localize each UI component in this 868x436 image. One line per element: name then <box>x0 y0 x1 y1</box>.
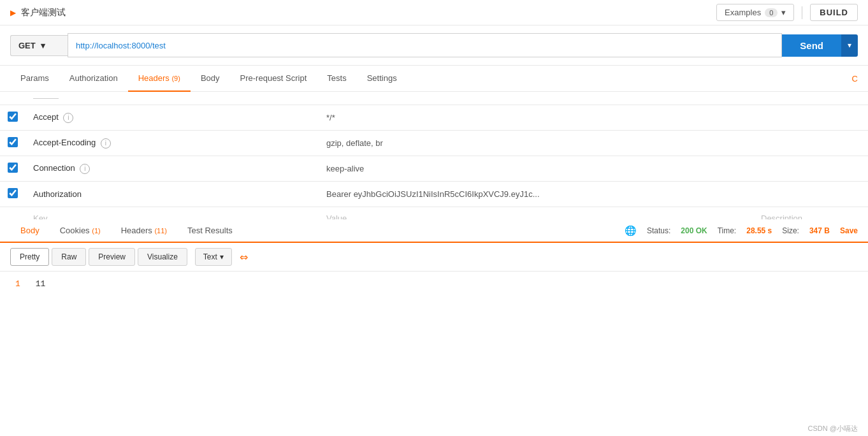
format-text-dropdown[interactable]: Text ▾ <box>195 248 232 266</box>
table-row-empty: Key Value Description <box>0 207 868 220</box>
header-desc-accept <box>753 105 868 131</box>
header-desc-authorization <box>753 182 868 207</box>
method-chevron-icon: ▾ <box>41 41 45 50</box>
format-preview-button[interactable]: Preview <box>89 248 135 266</box>
table-row: Accept-Encoding i gzip, deflate, br <box>0 131 868 156</box>
method-select[interactable]: GET ▾ <box>10 35 68 56</box>
send-dropdown-button[interactable]: ▾ <box>841 34 858 57</box>
header-key-placeholder[interactable]: Key <box>25 207 319 220</box>
text-chevron-icon: ▾ <box>220 252 224 261</box>
line-values: 11 <box>36 279 46 289</box>
info-icon[interactable]: i <box>101 138 111 149</box>
table-row-divider <box>0 92 868 105</box>
header-checkbox-accept-encoding[interactable] <box>8 137 18 147</box>
tab-authorization[interactable]: Authorization <box>59 66 128 92</box>
size-label: Size: <box>782 226 799 235</box>
top-bar-right: Examples 0 ▾ BUILD <box>716 4 858 21</box>
tab-headers[interactable]: Headers (9) <box>128 66 191 92</box>
footer: CSDN @小嗝达 <box>798 421 868 436</box>
format-visualize-button[interactable]: Visualize <box>138 248 187 266</box>
info-icon[interactable]: i <box>63 113 73 123</box>
header-key-connection: Connection i <box>25 156 319 182</box>
format-bar: Pretty Raw Preview Visualize Text ▾ ⇔ <box>0 243 868 272</box>
send-button[interactable]: Send <box>782 34 841 57</box>
time-value: 28.55 s <box>746 226 772 235</box>
method-label: GET <box>18 41 36 50</box>
tab-extra: C <box>852 66 858 91</box>
play-icon: ▶ <box>10 8 16 17</box>
table-row: Authorization Bearer eyJhbGciOiJSUzI1NiI… <box>0 182 868 207</box>
header-key-authorization: Authorization <box>25 182 319 207</box>
time-label: Time: <box>718 226 737 235</box>
globe-icon: 🌐 <box>625 225 637 236</box>
request-tabs: Params Authorization Headers (9) Body Pr… <box>0 66 868 92</box>
header-key-accept: Accept i <box>25 105 319 131</box>
header-checkbox-connection[interactable] <box>8 163 18 173</box>
header-checkbox-authorization[interactable] <box>8 188 18 198</box>
examples-button[interactable]: Examples 0 ▾ <box>716 4 794 21</box>
header-desc-connection <box>753 156 868 182</box>
response-tabs: Body Cookies (1) Headers (11) Test Resul… <box>0 219 868 243</box>
examples-count: 0 <box>765 8 778 17</box>
build-button[interactable]: BUILD <box>810 4 858 21</box>
header-val-accept: */* <box>319 105 753 131</box>
send-button-wrap: Send ▾ <box>782 34 858 57</box>
examples-label: Examples <box>725 8 761 17</box>
header-desc-placeholder: Description <box>753 207 868 220</box>
info-icon[interactable]: i <box>80 164 90 174</box>
chevron-down-icon: ▾ <box>781 8 786 17</box>
response-meta: 🌐 Status: 200 OK Time: 28.55 s Size: 347… <box>625 225 858 236</box>
top-bar: ▶ 客户端测试 Examples 0 ▾ BUILD <box>0 0 868 25</box>
header-checkbox-accept[interactable] <box>8 112 18 122</box>
tab-pre-request-script[interactable]: Pre-request Script <box>230 66 317 92</box>
status-label: Status: <box>647 226 670 235</box>
header-key-accept-encoding: Accept-Encoding i <box>25 131 319 156</box>
header-val-connection: keep-alive <box>319 156 753 182</box>
footer-text: CSDN @小嗝达 <box>808 425 858 432</box>
headers-section: Accept i */* Accept-Encoding i gzip, def… <box>0 92 868 219</box>
divider <box>802 6 802 19</box>
format-raw-button[interactable]: Raw <box>52 248 86 266</box>
headers-table: Accept i */* Accept-Encoding i gzip, def… <box>0 92 868 219</box>
format-text-label: Text <box>203 252 217 261</box>
res-tab-test-results[interactable]: Test Results <box>177 219 243 243</box>
res-tab-headers[interactable]: Headers (11) <box>111 219 177 243</box>
app-title-section: ▶ 客户端测试 <box>10 7 66 18</box>
tab-params[interactable]: Params <box>10 66 59 92</box>
res-tab-cookies[interactable]: Cookies (1) <box>50 219 111 243</box>
url-bar: GET ▾ Send ▾ <box>0 25 868 66</box>
tab-tests[interactable]: Tests <box>317 66 356 92</box>
tab-settings[interactable]: Settings <box>357 66 407 92</box>
line-num-1: 1 <box>15 279 20 289</box>
save-button[interactable]: Save <box>840 226 858 235</box>
size-value: 347 B <box>809 226 830 235</box>
table-row: Connection i keep-alive <box>0 156 868 182</box>
app-title: 客户端测试 <box>21 7 66 18</box>
format-pretty-button[interactable]: Pretty <box>10 248 49 266</box>
header-val-accept-encoding: gzip, deflate, br <box>319 131 753 156</box>
line-val-1: 11 <box>36 279 46 289</box>
tab-body[interactable]: Body <box>191 66 230 92</box>
header-val-placeholder[interactable]: Value <box>319 207 753 220</box>
code-area: 1 11 <box>0 272 868 296</box>
header-val-authorization: Bearer eyJhbGciOiJSUzI1NiIsInR5cCI6IkpXV… <box>319 182 753 207</box>
status-value: 200 OK <box>681 226 707 235</box>
url-input[interactable] <box>68 33 782 57</box>
table-row: Accept i */* <box>0 105 868 131</box>
wrap-icon[interactable]: ⇔ <box>240 251 248 263</box>
line-numbers: 1 <box>15 279 20 289</box>
res-tab-body[interactable]: Body <box>10 219 50 243</box>
header-desc-accept-encoding <box>753 131 868 156</box>
